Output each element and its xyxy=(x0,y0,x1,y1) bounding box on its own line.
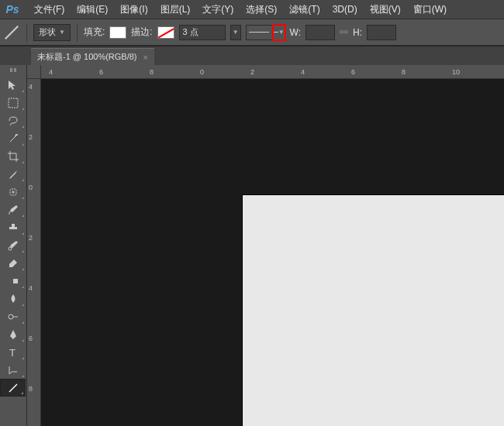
menu-file[interactable]: 文件(F) xyxy=(28,2,71,18)
ruler-tick: 4 xyxy=(49,68,53,76)
divider xyxy=(26,23,27,42)
height-label: H: xyxy=(353,27,362,38)
toolbox-grip[interactable] xyxy=(0,68,26,74)
ruler-corner xyxy=(27,65,41,79)
ruler-tick: 4 xyxy=(29,284,33,292)
blur-tool[interactable] xyxy=(0,290,26,307)
menu-select[interactable]: 选择(S) xyxy=(240,2,283,18)
ruler-tick: 6 xyxy=(29,335,33,342)
ruler-tick: 8 xyxy=(29,385,33,393)
stroke-style-dropdown[interactable]: ▼ xyxy=(273,25,285,40)
menu-type[interactable]: 文字(Y) xyxy=(196,2,240,18)
path-tool[interactable] xyxy=(0,361,26,379)
ruler-tick: 0 xyxy=(29,184,33,191)
crop-tool[interactable] xyxy=(0,147,26,165)
width-input[interactable] xyxy=(306,25,335,40)
chevron-down-icon: ▼ xyxy=(59,29,65,36)
menu-bar: Ps 文件(F) 编辑(E) 图像(I) 图层(L) 文字(Y) 选择(S) 滤… xyxy=(0,0,504,19)
width-label: W: xyxy=(290,27,301,38)
canvas-wrap: 4 6 8 0 2 4 6 8 10 4 2 0 2 4 6 8 xyxy=(27,65,504,426)
tab-close-icon[interactable]: × xyxy=(143,53,148,62)
menu-filter[interactable]: 滤镜(T) xyxy=(283,2,326,18)
stamp-tool[interactable] xyxy=(0,218,26,236)
ruler-tick: 4 xyxy=(29,83,33,91)
svg-line-9 xyxy=(9,384,17,392)
menu-layer[interactable]: 图层(L) xyxy=(154,2,197,18)
fill-label: 填充: xyxy=(84,26,105,39)
marquee-tool[interactable] xyxy=(0,94,26,112)
stroke-label: 描边: xyxy=(131,26,152,39)
menu-3d[interactable]: 3D(D) xyxy=(326,2,364,16)
menu-edit[interactable]: 编辑(E) xyxy=(71,2,114,18)
menu-window[interactable]: 窗口(W) xyxy=(407,2,453,18)
ruler-tick: 2 xyxy=(29,133,33,141)
stroke-style-preview[interactable] xyxy=(246,25,273,40)
ruler-tick: 0 xyxy=(200,68,204,76)
eyedropper-tool[interactable] xyxy=(0,165,26,183)
pen-tool[interactable] xyxy=(0,325,26,343)
ruler-tick: 8 xyxy=(150,68,154,76)
svg-point-2 xyxy=(16,134,18,136)
stroke-width-input[interactable]: 3 点 xyxy=(179,25,226,40)
ruler-horizontal[interactable]: 4 6 8 0 2 4 6 8 10 xyxy=(41,65,504,79)
toolbox: T xyxy=(0,65,27,426)
options-bar: 形状 ▼ 填充: 描边: 3 点 ▼ ▼ W: ⚯ H: xyxy=(0,19,504,46)
wand-tool[interactable] xyxy=(0,129,26,147)
heal-tool[interactable] xyxy=(0,183,26,201)
main-area: T 4 6 8 0 2 4 6 8 10 4 2 0 2 xyxy=(0,65,504,426)
move-tool[interactable] xyxy=(0,76,26,94)
tool-mode-label: 形状 xyxy=(39,26,56,38)
stroke-width-dropdown[interactable]: ▼ xyxy=(230,25,241,40)
svg-rect-1 xyxy=(9,98,18,108)
shape-tool[interactable] xyxy=(0,379,26,397)
stroke-swatch[interactable] xyxy=(157,26,174,39)
ruler-tick: 4 xyxy=(301,68,305,76)
ruler-tick: 2 xyxy=(29,234,33,242)
svg-text:T: T xyxy=(9,347,16,359)
gradient-tool[interactable] xyxy=(0,272,26,290)
ruler-vertical[interactable]: 4 2 0 2 4 6 8 xyxy=(27,79,41,426)
link-icon[interactable]: ⚯ xyxy=(340,26,348,38)
ruler-tick: 2 xyxy=(250,68,254,76)
ruler-tick: 6 xyxy=(351,68,355,76)
line-tool-icon[interactable] xyxy=(3,24,20,41)
height-input[interactable] xyxy=(367,25,396,40)
menu-image[interactable]: 图像(I) xyxy=(114,2,154,18)
dodge-tool[interactable] xyxy=(0,307,26,325)
svg-point-4 xyxy=(9,247,12,250)
ruler-tick: 8 xyxy=(402,68,406,76)
svg-point-7 xyxy=(9,314,13,319)
ruler-tick: 6 xyxy=(99,68,103,76)
divider xyxy=(77,23,78,42)
brush-tool[interactable] xyxy=(0,201,26,218)
history-brush-tool[interactable] xyxy=(0,236,26,254)
lasso-tool[interactable] xyxy=(0,112,26,129)
document-tab-title: 未标题-1 @ 100%(RGB/8) xyxy=(37,51,137,63)
menu-view[interactable]: 视图(V) xyxy=(364,2,407,18)
svg-rect-6 xyxy=(9,279,13,283)
fill-swatch[interactable] xyxy=(109,26,126,39)
document-tab[interactable]: 未标题-1 @ 100%(RGB/8) × xyxy=(31,48,154,65)
canvas[interactable] xyxy=(41,79,504,426)
ruler-tick: 10 xyxy=(452,68,460,76)
highlight-marker xyxy=(272,24,286,41)
app-logo: Ps xyxy=(3,1,22,18)
eraser-tool[interactable] xyxy=(0,254,26,272)
type-tool[interactable]: T xyxy=(0,343,26,361)
svg-line-0 xyxy=(5,26,19,39)
tool-mode-dropdown[interactable]: 形状 ▼ xyxy=(33,24,71,41)
artboard[interactable] xyxy=(243,195,504,426)
document-tab-bar: 未标题-1 @ 100%(RGB/8) × xyxy=(0,46,504,65)
